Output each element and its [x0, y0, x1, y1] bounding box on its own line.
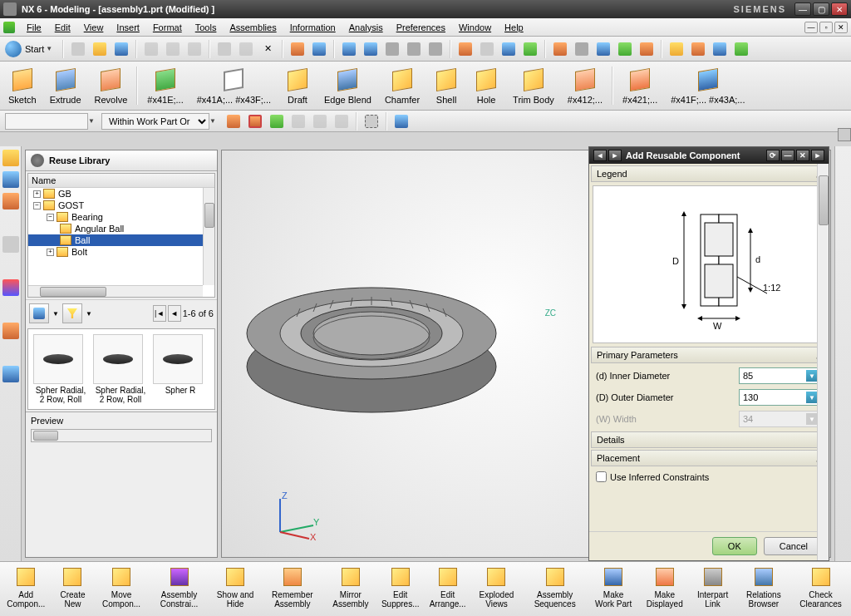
analysis4-icon[interactable]	[732, 40, 750, 58]
make-displayed-button[interactable]: Make Displayed	[639, 564, 691, 614]
check-clearances-button[interactable]: Check Clearances	[792, 564, 849, 614]
tree-vertical-scrollbar[interactable]	[203, 188, 214, 285]
page-first-button[interactable]: |◄	[153, 305, 166, 322]
reuse-library-icon[interactable]	[2, 193, 19, 209]
filter4-icon[interactable]	[289, 112, 307, 131]
arc-primary-header[interactable]: Primary Parametersʌ	[591, 347, 827, 363]
page-prev-button[interactable]: ◄	[168, 305, 181, 322]
edge-blend-button[interactable]: Edge Blend	[317, 63, 378, 108]
edit-suppress-button[interactable]: Edit Suppres...	[376, 564, 425, 614]
browser-icon[interactable]	[2, 366, 19, 382]
rotate-icon[interactable]	[405, 40, 423, 58]
help-icon[interactable]	[310, 40, 328, 58]
arc-next-button[interactable]: ►	[811, 150, 824, 161]
command-finder-icon[interactable]	[288, 40, 307, 58]
cut-icon[interactable]	[142, 40, 160, 58]
tree-horizontal-scrollbar[interactable]	[28, 285, 203, 297]
selection-scope-dropdown[interactable]: Within Work Part Or	[101, 113, 209, 130]
redo-icon[interactable]	[237, 40, 255, 58]
mdi-minimize-button[interactable]: —	[804, 22, 818, 33]
extrude-button[interactable]: Extrude	[43, 63, 88, 108]
feature3-button[interactable]: #x412;...	[561, 63, 609, 108]
outer-diameter-dropdown[interactable]: 130▼	[739, 389, 822, 406]
menu-format[interactable]: Format	[146, 21, 189, 34]
start-button[interactable]: Start	[25, 44, 44, 54]
arc-minimize-button[interactable]: —	[781, 150, 794, 161]
show-hide-button[interactable]: Show and Hide	[210, 564, 259, 614]
chamfer-button[interactable]: Chamfer	[378, 63, 426, 108]
tree-node-angular-ball[interactable]: Angular Ball	[28, 223, 214, 234]
arc-scrollbar[interactable]	[817, 164, 829, 560]
view-mode-button[interactable]	[29, 303, 49, 323]
feature2-button[interactable]: #x41A;... #x43F;...	[190, 63, 278, 108]
open-file-icon[interactable]	[91, 40, 109, 58]
exploded-views-button[interactable]: Exploded Views	[471, 564, 522, 614]
feature4-button[interactable]: #x421;...	[616, 63, 664, 108]
render-style-icon[interactable]	[456, 40, 475, 58]
filter5-icon[interactable]	[311, 112, 329, 131]
tree-node-gb[interactable]: +GB	[28, 188, 214, 200]
start-dropdown-icon[interactable]: ▼	[46, 45, 52, 52]
revolve-button[interactable]: Revolve	[88, 63, 135, 108]
menu-information[interactable]: Information	[283, 21, 342, 34]
right-resource-bar[interactable]	[834, 146, 851, 561]
use-inferred-checkbox[interactable]	[596, 471, 607, 482]
arc-reset-button[interactable]: ⟳	[766, 150, 780, 161]
assembly-constraints-button[interactable]: Assembly Constrai...	[148, 564, 211, 614]
inner-diameter-dropdown[interactable]: 85▼	[739, 367, 822, 384]
point-icon[interactable]	[573, 40, 591, 58]
paste-icon[interactable]	[185, 40, 204, 58]
filter8-icon[interactable]	[392, 112, 411, 131]
layer-icon[interactable]	[499, 40, 518, 58]
menu-preferences[interactable]: Preferences	[390, 21, 452, 34]
menu-tools[interactable]: Tools	[189, 21, 224, 34]
mdi-restore-button[interactable]: ▫	[819, 22, 833, 33]
undo-icon[interactable]	[215, 40, 234, 58]
menu-insert[interactable]: Insert	[110, 21, 146, 34]
part-navigator-icon[interactable]	[2, 171, 19, 188]
draft-button[interactable]: Draft	[278, 63, 317, 108]
arc-back-button[interactable]: ◄	[593, 150, 607, 161]
create-new-button[interactable]: Create New	[50, 564, 95, 614]
save-icon[interactable]	[112, 40, 130, 58]
navigator-icon[interactable]	[2, 150, 19, 166]
zoom-icon[interactable]	[383, 40, 401, 58]
collapse-handle-icon[interactable]	[838, 128, 851, 141]
wcs-icon[interactable]	[521, 40, 539, 58]
wireframe-icon[interactable]	[478, 40, 496, 58]
analysis2-icon[interactable]	[689, 40, 707, 58]
filter6-icon[interactable]	[332, 112, 351, 131]
palette-icon[interactable]	[2, 323, 19, 339]
assembly-sequences-button[interactable]: Assembly Sequences	[522, 564, 588, 614]
maximize-button[interactable]: ▢	[813, 2, 829, 16]
tree-node-bolt[interactable]: +Bolt	[28, 246, 214, 258]
mdi-close-button[interactable]: ✕	[834, 22, 848, 33]
menu-help[interactable]: Help	[498, 21, 530, 34]
menu-window[interactable]: Window	[452, 21, 498, 34]
arc-legend-header[interactable]: Legendʌ	[591, 165, 827, 182]
feature1-button[interactable]: #x41E;...	[140, 63, 189, 108]
datum-icon[interactable]	[551, 40, 569, 58]
relations-browser-button[interactable]: Relations Browser	[735, 564, 793, 614]
sketch-button[interactable]: Sketch	[2, 63, 43, 108]
edit-arrange-button[interactable]: Edit Arrange...	[425, 564, 471, 614]
thumbnail-1[interactable]: Spher Radial, 2 Row, Roll	[33, 334, 88, 404]
axis-icon[interactable]	[616, 40, 634, 58]
arc-forward-button[interactable]: ►	[608, 150, 622, 161]
copy-icon[interactable]	[164, 40, 182, 58]
cancel-button[interactable]: Cancel	[764, 537, 824, 555]
ok-button[interactable]: OK	[712, 537, 757, 555]
thumbnail-2[interactable]: Spher Radial, 2 Row, Roll	[93, 334, 148, 404]
tree-node-ball[interactable]: Ball	[28, 234, 214, 246]
filter7-icon[interactable]	[362, 112, 381, 131]
analysis1-icon[interactable]	[667, 40, 686, 58]
feature5-button[interactable]: #x41F;... #x43A;...	[664, 63, 751, 108]
move-component-button[interactable]: Move Compon...	[95, 564, 147, 614]
mirror-assembly-button[interactable]: Mirror Assembly	[325, 564, 376, 614]
filter2-icon[interactable]	[246, 112, 264, 131]
add-component-button[interactable]: Add Compon...	[2, 564, 50, 614]
arc-placement-header[interactable]: Placementʌ	[591, 450, 827, 466]
minimize-button[interactable]: —	[794, 2, 811, 16]
tree-node-bearing[interactable]: −Bearing	[28, 211, 214, 223]
menu-analysis[interactable]: Analysis	[342, 21, 390, 34]
